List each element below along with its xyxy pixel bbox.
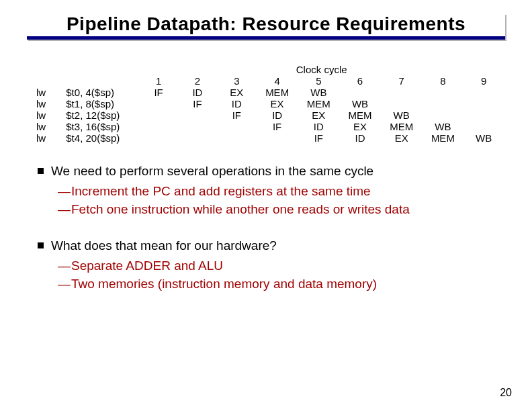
stage-cell bbox=[178, 121, 217, 132]
cycle-num: 8 bbox=[423, 75, 464, 87]
cycle-num: 9 bbox=[463, 75, 504, 87]
stage-cell bbox=[139, 109, 178, 121]
stage-cell bbox=[257, 132, 298, 144]
stage-cell bbox=[178, 109, 217, 121]
stage-cell bbox=[423, 98, 464, 109]
stage-cell bbox=[139, 132, 178, 144]
stage-cell: IF bbox=[178, 98, 217, 109]
stage-cell: MEM bbox=[381, 121, 423, 132]
instr-mnemonic: lw bbox=[34, 132, 63, 144]
stage-cell: ID bbox=[178, 87, 217, 98]
stage-cell: EX bbox=[217, 87, 257, 98]
stage-cell: WB bbox=[339, 98, 381, 109]
stage-cell: MEM bbox=[257, 87, 298, 98]
stage-cell: WB bbox=[381, 109, 423, 121]
slide-content: Clock cycle 1 2 3 4 5 6 7 8 9 lw $t0, 4(… bbox=[34, 64, 505, 312]
stage-cell bbox=[423, 109, 464, 121]
instr-mnemonic: lw bbox=[34, 87, 63, 98]
stage-cell bbox=[178, 132, 217, 144]
stage-cell: IF bbox=[217, 109, 257, 121]
bullet-subitem: Increment the PC and add registers at th… bbox=[34, 183, 505, 200]
stage-cell: EX bbox=[339, 121, 381, 132]
bullet-group-2: What does that mean for our hardware? Se… bbox=[34, 237, 505, 293]
stage-cell: MEM bbox=[339, 109, 381, 121]
stage-cell: MEM bbox=[423, 132, 464, 144]
bullet-subitem: Separate ADDER and ALU bbox=[34, 257, 505, 275]
stage-cell: EX bbox=[298, 109, 339, 121]
stage-cell bbox=[339, 87, 381, 98]
stage-cell bbox=[463, 109, 504, 121]
stage-cell bbox=[139, 98, 178, 109]
bullet-subitem: Two memories (instruction memory and dat… bbox=[34, 275, 505, 293]
bullet-item: We need to perform several operations in… bbox=[34, 163, 505, 180]
page-title: Pipeline Datapath: Resource Requirements bbox=[66, 13, 466, 34]
cycle-num: 2 bbox=[178, 75, 217, 87]
cycle-num: 7 bbox=[381, 75, 423, 87]
clock-header-row: Clock cycle bbox=[34, 64, 504, 75]
stage-cell bbox=[423, 87, 464, 98]
instr-mnemonic: lw bbox=[34, 98, 63, 109]
stage-cell bbox=[217, 132, 257, 144]
pipeline-table-area: Clock cycle 1 2 3 4 5 6 7 8 9 lw $t0, 4(… bbox=[34, 64, 505, 144]
clock-cycle-header: Clock cycle bbox=[139, 64, 504, 75]
stage-cell: WB bbox=[298, 87, 339, 98]
bullet-section: We need to perform several operations in… bbox=[34, 163, 505, 293]
stage-cell: ID bbox=[298, 121, 339, 132]
stage-cell: ID bbox=[339, 132, 381, 144]
stage-cell: IF bbox=[298, 132, 339, 144]
bullet-item: What does that mean for our hardware? bbox=[34, 237, 505, 255]
stage-cell: EX bbox=[257, 98, 298, 109]
cycle-num: 4 bbox=[257, 75, 298, 87]
stage-cell: WB bbox=[463, 132, 504, 144]
instr-operands: $t3, 16($sp) bbox=[63, 121, 139, 132]
instr-operands: $t1, 8($sp) bbox=[63, 98, 139, 109]
stage-cell bbox=[381, 87, 423, 98]
stage-cell bbox=[463, 87, 504, 98]
table-row: lw $t0, 4($sp) IF ID EX MEM WB bbox=[34, 87, 504, 98]
instr-mnemonic: lw bbox=[34, 109, 63, 121]
stage-cell: MEM bbox=[298, 98, 339, 109]
stage-cell bbox=[139, 121, 178, 132]
instr-operands: $t2, 12($sp) bbox=[63, 109, 139, 121]
pipeline-table: Clock cycle 1 2 3 4 5 6 7 8 9 lw $t0, 4(… bbox=[34, 64, 504, 144]
stage-cell: WB bbox=[423, 121, 464, 132]
table-row: lw $t1, 8($sp) IF ID EX MEM WB bbox=[34, 98, 504, 109]
title-bar: Pipeline Datapath: Resource Requirements bbox=[27, 13, 505, 40]
table-row: lw $t3, 16($sp) IF ID EX MEM WB bbox=[34, 121, 504, 132]
page-number: 20 bbox=[500, 387, 512, 399]
stage-cell: ID bbox=[257, 109, 298, 121]
cycle-num: 1 bbox=[139, 75, 178, 87]
stage-cell: ID bbox=[217, 98, 257, 109]
instr-operands: $t4, 20($sp) bbox=[63, 132, 139, 144]
bullet-group-1: We need to perform several operations in… bbox=[34, 163, 505, 218]
instr-operands: $t0, 4($sp) bbox=[63, 87, 139, 98]
cycle-number-row: 1 2 3 4 5 6 7 8 9 bbox=[34, 75, 504, 87]
stage-cell: EX bbox=[381, 132, 423, 144]
instr-mnemonic: lw bbox=[34, 121, 63, 132]
stage-cell bbox=[463, 121, 504, 132]
stage-cell bbox=[217, 121, 257, 132]
table-row: lw $t2, 12($sp) IF ID EX MEM WB bbox=[34, 109, 504, 121]
table-row: lw $t4, 20($sp) IF ID EX MEM WB bbox=[34, 132, 504, 144]
bullet-subitem: Fetch one instruction while another one … bbox=[34, 201, 505, 218]
stage-cell: IF bbox=[257, 121, 298, 132]
cycle-num: 6 bbox=[339, 75, 381, 87]
stage-cell bbox=[381, 98, 423, 109]
cycle-num: 5 bbox=[298, 75, 339, 87]
cycle-num: 3 bbox=[217, 75, 257, 87]
stage-cell bbox=[463, 98, 504, 109]
stage-cell: IF bbox=[139, 87, 178, 98]
